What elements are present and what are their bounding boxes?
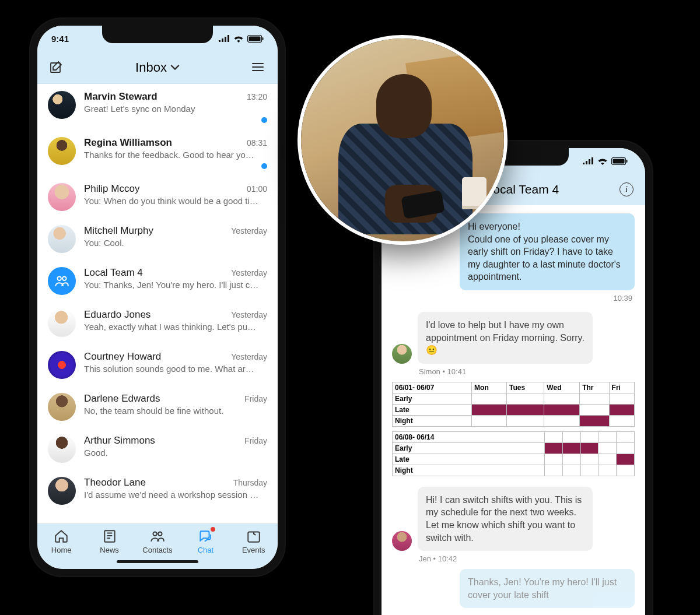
schedule-shift-label: Night xyxy=(393,415,472,426)
svg-point-4 xyxy=(57,276,61,280)
schedule-day: Fri xyxy=(609,382,634,393)
schedule-cell xyxy=(598,465,617,476)
conversation-row[interactable]: Local Team 4YesterdayYou: Thanks, Jen! Y… xyxy=(37,260,278,302)
home-icon xyxy=(54,529,69,544)
avatar-jen[interactable] xyxy=(392,531,412,551)
avatar[interactable] xyxy=(48,309,76,337)
avatar[interactable] xyxy=(48,435,76,463)
svg-rect-2 xyxy=(262,37,264,40)
conversation-preview: You: Thanks, Jen! You're my hero. I'll j… xyxy=(84,280,259,290)
conversation-preview: You: Cool. xyxy=(84,238,259,248)
schedule-cell xyxy=(580,415,609,426)
svg-point-7 xyxy=(153,532,157,536)
svg-rect-6 xyxy=(104,530,114,542)
chat-thread[interactable]: Hi everyone! Could one of you please cov… xyxy=(382,205,645,615)
conversation-row[interactable]: Regina Williamson08:31Thanks for the fee… xyxy=(37,130,278,176)
inbox-title-dropdown[interactable]: Inbox xyxy=(135,60,180,75)
svg-rect-10 xyxy=(613,159,625,163)
hero-photo xyxy=(298,35,508,245)
conversation-name: Marvin Steward xyxy=(84,91,158,103)
schedule-cell xyxy=(472,404,507,415)
hamburger-menu-icon[interactable] xyxy=(251,60,266,75)
info-button[interactable]: i xyxy=(620,182,634,196)
svg-rect-11 xyxy=(626,160,628,163)
compose-icon[interactable] xyxy=(49,60,64,75)
chat-icon xyxy=(198,529,213,544)
conversation-row[interactable]: Theodor LaneThursdayI'd assume we'd need… xyxy=(37,470,278,512)
conversation-row[interactable]: Marvin Steward13:20Great! Let's sync on … xyxy=(37,84,278,130)
schedule-shift-label: Early xyxy=(393,442,545,454)
unread-dot xyxy=(261,163,267,169)
avatar[interactable] xyxy=(48,477,76,505)
schedule-day xyxy=(617,431,635,442)
conversation-row[interactable]: Darlene EdwardsFridayNo, the team should… xyxy=(37,386,278,428)
schedule-cell xyxy=(545,442,563,454)
home-indicator[interactable] xyxy=(117,560,198,563)
conversation-row[interactable]: Philip Mccoy01:00You: When do you think … xyxy=(37,176,278,218)
avatar[interactable] xyxy=(48,351,76,379)
message-meta: Simon • 10:41 xyxy=(419,367,635,376)
status-time: 9:41 xyxy=(51,34,69,44)
schedule-attachment[interactable]: 06/01- 06/07MonTuesWedThrFriEarlyLateNig… xyxy=(392,382,635,481)
message-outgoing[interactable]: Thanks, Jen! You're my hero! I'll just c… xyxy=(460,569,635,608)
conversation-name: Arthur Simmons xyxy=(84,435,155,447)
tab-contacts[interactable]: Contacts xyxy=(136,529,178,554)
avatar[interactable] xyxy=(48,91,76,119)
avatar[interactable] xyxy=(48,267,76,295)
schedule-cell xyxy=(580,393,609,404)
schedule-day: Thr xyxy=(580,382,609,393)
conversation-row[interactable]: Courtney HowardYesterdayThis solution so… xyxy=(37,344,278,386)
schedule-cell xyxy=(609,393,634,404)
schedule-day: Tues xyxy=(507,382,544,393)
message-timestamp: 10:39 xyxy=(392,294,632,303)
schedule-cell xyxy=(617,454,635,465)
schedule-week: 06/08- 06/14EarlyLateNight xyxy=(392,431,635,476)
message-incoming[interactable]: I'd love to help but I have my own appoi… xyxy=(418,312,593,364)
svg-point-8 xyxy=(158,532,162,536)
avatar[interactable] xyxy=(48,137,76,165)
avatar[interactable] xyxy=(48,225,76,253)
schedule-range: 06/08- 06/14 xyxy=(393,431,545,442)
conversation-list[interactable]: Marvin Steward13:20Great! Let's sync on … xyxy=(37,84,278,523)
schedule-cell xyxy=(609,404,634,415)
battery-icon xyxy=(611,157,628,165)
schedule-day xyxy=(562,431,580,442)
schedule-day xyxy=(598,431,617,442)
battery-icon xyxy=(247,35,264,43)
news-icon xyxy=(102,529,117,544)
schedule-cell xyxy=(598,442,617,454)
schedule-cell xyxy=(580,465,598,476)
contacts-icon xyxy=(150,529,165,544)
conversation-row[interactable]: Eduardo JonesYesterdayYeah, exactly what… xyxy=(37,302,278,344)
conversation-name: Courtney Howard xyxy=(84,351,161,363)
schedule-cell xyxy=(562,465,580,476)
conversation-preview: You: When do you think would be a good t… xyxy=(84,196,259,206)
conversation-row[interactable]: Arthur SimmonsFridayGood. xyxy=(37,428,278,470)
schedule-cell xyxy=(562,442,580,454)
conversation-time: 01:00 xyxy=(247,184,267,194)
conversation-name: Mitchell Murphy xyxy=(84,225,153,237)
schedule-range: 06/01- 06/07 xyxy=(393,382,472,393)
schedule-cell xyxy=(580,404,609,415)
chevron-down-icon xyxy=(170,63,180,72)
conversation-name: Local Team 4 xyxy=(84,267,143,279)
avatar-simon[interactable] xyxy=(392,344,412,364)
tab-news[interactable]: News xyxy=(89,529,131,554)
avatar[interactable] xyxy=(48,393,76,421)
conversation-row[interactable]: Mitchell MurphyYesterdayYou: Cool. xyxy=(37,218,278,260)
wifi-icon xyxy=(597,157,608,165)
conversation-preview: Great! Let's sync on Monday xyxy=(84,104,259,114)
message-outgoing[interactable]: Hi everyone! Could one of you please cov… xyxy=(460,213,635,290)
schedule-cell xyxy=(617,465,635,476)
schedule-shift-label: Late xyxy=(393,404,472,415)
schedule-cell xyxy=(544,404,580,415)
avatar[interactable] xyxy=(48,183,76,211)
tab-label: Chat xyxy=(198,546,214,554)
message-incoming[interactable]: Hi! I can switch shifts with you. This i… xyxy=(418,487,593,551)
tab-home[interactable]: Home xyxy=(40,529,82,554)
schedule-cell xyxy=(598,454,617,465)
tab-events[interactable]: Events xyxy=(233,529,275,554)
schedule-cell xyxy=(580,442,598,454)
schedule-cell xyxy=(472,393,507,404)
tab-chat[interactable]: Chat xyxy=(184,529,226,554)
